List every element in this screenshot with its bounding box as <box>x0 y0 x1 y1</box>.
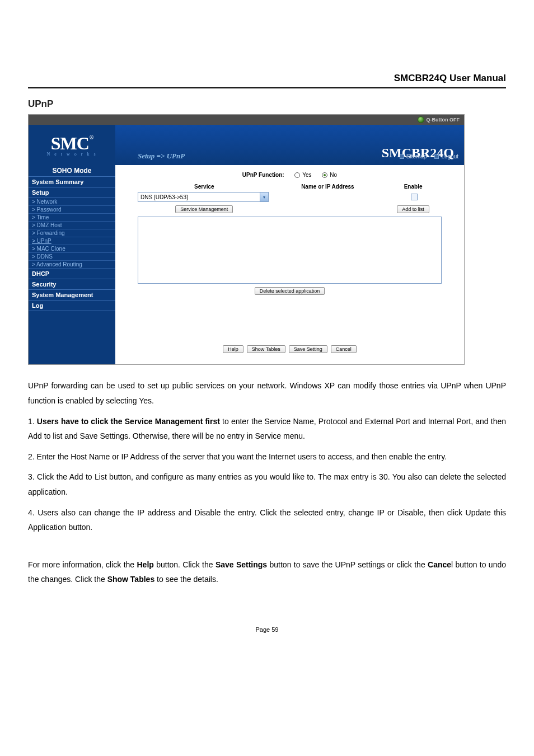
q-button-icon <box>418 116 424 123</box>
add-to-list-button[interactable]: Add to list <box>397 205 429 213</box>
link-sitemap[interactable]: Sitemap <box>400 153 427 159</box>
page-number: Page 59 <box>28 626 506 633</box>
enable-checkbox[interactable] <box>411 194 418 200</box>
logout-label: Logout <box>441 153 458 159</box>
paragraph-step4: 4. Users also can change the IP address … <box>28 505 506 535</box>
nav-setup[interactable]: Setup <box>29 187 115 198</box>
save-setting-button[interactable]: Save Setting <box>289 345 327 353</box>
nav-system-management[interactable]: System Management <box>29 290 115 300</box>
nav-security[interactable]: Security <box>29 279 115 290</box>
nav-system-summary[interactable]: System Summary <box>29 177 115 187</box>
col-ip: Name or IP Address <box>271 184 385 190</box>
page-header: SMCBR24Q User Manual <box>28 73 506 88</box>
nav-item-time[interactable]: > Time <box>29 214 115 222</box>
radio-yes[interactable]: Yes <box>294 172 312 178</box>
nav-item-forwarding[interactable]: > Forwarding <box>29 229 115 237</box>
service-select[interactable]: DNS [UDP/53->53] ▾ <box>138 192 269 202</box>
sitemap-icon <box>400 154 404 159</box>
nav-item-advanced-routing[interactable]: > Advanced Routing <box>29 261 115 269</box>
radio-yes-label: Yes <box>302 172 311 178</box>
section-title: UPnP <box>28 98 506 110</box>
link-logout[interactable]: Logout <box>434 153 458 159</box>
nav-soho-mode[interactable]: SOHO Mode <box>29 165 115 177</box>
nav-item-dmz[interactable]: > DMZ Host <box>29 222 115 229</box>
radio-no[interactable]: No <box>322 172 338 178</box>
logo-subtext: N e t w o r k s <box>46 152 97 157</box>
paragraph-step2: 2. Enter the Host Name or IP Address of … <box>28 449 506 464</box>
nav-dhcp[interactable]: DHCP <box>29 269 115 279</box>
nav-item-mac-clone[interactable]: > MAC Clone <box>29 245 115 253</box>
upnp-function-label: UPnP Function: <box>242 172 284 178</box>
sidebar-nav: SMC® N e t w o r k s SOHO Mode System Su… <box>29 125 115 364</box>
q-button-label: Q-Button OFF <box>427 117 460 123</box>
paragraph-footer: For more information, click the Help but… <box>28 557 506 587</box>
logout-icon <box>434 154 439 159</box>
application-listbox[interactable] <box>138 217 442 284</box>
nav-item-password[interactable]: > Password <box>29 206 115 214</box>
col-enable: Enable <box>385 184 442 190</box>
nav-item-ddns[interactable]: > DDNS <box>29 253 115 261</box>
registered-mark-icon: ® <box>90 134 93 140</box>
service-select-value: DNS [UDP/53->53] <box>140 194 188 200</box>
router-ui-screenshot: Q-Button OFF SMC® N e t w o r k s SOHO M… <box>28 114 465 365</box>
nav-log[interactable]: Log <box>29 300 115 311</box>
help-button[interactable]: Help <box>223 345 243 353</box>
paragraph-intro: UPnP forwarding can be used to set up pu… <box>28 378 506 408</box>
service-management-button[interactable]: Service Management <box>175 205 233 213</box>
cancel-button[interactable]: Cancel <box>331 345 357 353</box>
nav-item-upnp[interactable]: > UPnP <box>29 237 115 245</box>
brand-logo: SMC® N e t w o r k s <box>29 125 115 165</box>
radio-no-label: No <box>330 172 337 178</box>
logo-text: SMC <box>51 133 89 154</box>
paragraph-step1: 1. Users have to click the Service Manag… <box>28 414 506 444</box>
nav-item-network[interactable]: > Network <box>29 198 115 206</box>
chevron-down-icon: ▾ <box>260 192 268 201</box>
sitemap-label: Sitemap <box>406 153 427 159</box>
show-tables-button[interactable]: Show Tables <box>247 345 285 353</box>
delete-selected-button[interactable]: Delete selected application <box>255 287 325 295</box>
document-body: UPnP forwarding can be used to set up pu… <box>28 378 506 587</box>
breadcrumb: Setup => UPnP <box>138 152 185 161</box>
col-service: Service <box>138 184 271 190</box>
paragraph-step3: 3. Click the Add to List button, and con… <box>28 469 506 499</box>
